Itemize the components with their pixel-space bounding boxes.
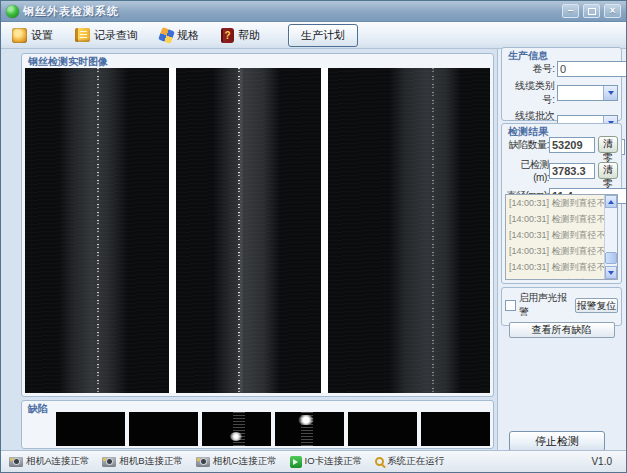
io-card-icon	[290, 456, 302, 468]
production-plan-button[interactable]: 生产计划	[288, 24, 358, 47]
live-view-title: 钢丝检测实时图像	[28, 55, 108, 69]
measured-length-field[interactable]	[549, 163, 595, 179]
specs-icon	[158, 27, 175, 44]
cable-category-select[interactable]	[557, 85, 618, 101]
roll-number-field[interactable]	[557, 61, 627, 77]
alarm-reset-button[interactable]: 报警复位	[575, 298, 618, 313]
title-bar[interactable]: 钢丝外表检测系统 – ×	[1, 1, 626, 22]
camera-panel-b	[176, 68, 321, 393]
wire-glint-b	[238, 68, 240, 393]
status-camera-c-label: 相机C连接正常	[213, 455, 277, 468]
results-title: 检测结果	[508, 125, 548, 139]
live-view-group: 钢丝检测实时图像	[21, 53, 494, 397]
clear-count-button[interactable]: 清零	[598, 136, 618, 153]
specs-label: 规格	[177, 28, 199, 43]
status-running-label: 系统正在运行	[387, 455, 444, 468]
detection-log-list[interactable]: [14:00:31] 检测到直径不合格 [14:00:31] 检测到直径不合格 …	[505, 194, 618, 280]
scrollbar-thumb[interactable]	[605, 252, 617, 264]
status-camera-a-label: 相机A连接正常	[26, 455, 89, 468]
defect-title: 缺陷	[28, 402, 48, 416]
help-label: 帮助	[238, 28, 260, 43]
camera-panel-c	[328, 68, 490, 393]
stop-detection-button[interactable]: 停止检测	[509, 431, 605, 452]
status-bar: 相机A连接正常 相机B连接正常 相机C连接正常 IO卡连接正常 系统正在运行 V…	[1, 450, 626, 472]
version-label: V1.0	[591, 456, 618, 467]
cable-category-label: 线缆类别号:	[505, 79, 557, 107]
close-button[interactable]: ×	[604, 4, 621, 18]
log-entry: [14:00:31] 检测到直径不合格	[506, 211, 617, 227]
log-entry: [14:00:31] 检测到直径不合格	[506, 243, 617, 259]
window-title: 钢丝外表检测系统	[23, 4, 558, 19]
camera-view-area	[25, 68, 490, 393]
status-io-label: IO卡连接正常	[305, 455, 363, 468]
app-window: 钢丝外表检测系统 – × 设置 记录查询 规格 ? 帮助 生产计划 钢丝检测实时…	[0, 0, 627, 473]
log-entry: [14:00:31] 检测到直径不合格	[506, 227, 617, 243]
defect-thumbnail-4[interactable]	[275, 412, 344, 446]
log-entry: [14:00:31] 检测到直径不合格	[506, 259, 617, 275]
log-entry: [14:00:31] 检测到直径不合格	[506, 275, 617, 280]
sound-alarm-label: 启用声光报警	[519, 291, 572, 319]
log-scrollbar[interactable]	[604, 195, 617, 279]
sound-alarm-checkbox[interactable]	[505, 300, 516, 311]
camera-panel-a	[25, 68, 169, 393]
production-info-group: 生产信息 卷号: 线缆类别号: 线缆批次号: 设定直径: ±	[501, 47, 622, 121]
settings-button[interactable]: 设置	[8, 25, 57, 46]
results-group: 检测结果 缺陷数量: 清零 已检测(m): 清零 直径(mm): [14:00:…	[501, 123, 622, 284]
restore-icon	[588, 8, 596, 15]
production-info-title: 生产信息	[508, 49, 548, 63]
scroll-down-button[interactable]	[605, 266, 617, 279]
camera-icon	[9, 457, 23, 467]
measured-length-label: 已检测(m):	[505, 158, 549, 183]
wire-image-b	[213, 68, 280, 393]
clear-length-button[interactable]: 清零	[598, 162, 618, 179]
defect-thumbnail-3[interactable]	[202, 412, 271, 446]
scroll-up-button[interactable]	[605, 195, 617, 208]
scrollbar-track[interactable]	[605, 208, 617, 266]
status-camera-b-label: 相机B连接正常	[119, 455, 182, 468]
wire-image-c	[389, 68, 460, 393]
magnifier-icon	[375, 457, 384, 466]
camera-icon	[196, 457, 210, 467]
minimize-button[interactable]: –	[562, 4, 579, 18]
wire-image-a	[59, 68, 128, 393]
status-camera-b: 相机B连接正常	[102, 455, 182, 468]
wire-glint-c	[432, 68, 434, 393]
defect-group: 缺陷	[21, 400, 494, 449]
restore-button[interactable]	[583, 4, 600, 18]
app-icon	[6, 5, 19, 18]
record-query-label: 记录查询	[94, 28, 138, 43]
wire-glint-a	[97, 68, 99, 393]
alarm-panel: 启用声光报警 报警复位 查看所有缺陷	[501, 287, 622, 326]
chevron-down-icon	[608, 91, 614, 95]
help-button[interactable]: ? 帮助	[217, 25, 264, 46]
defect-count-field[interactable]	[549, 137, 595, 153]
status-camera-c: 相机C连接正常	[196, 455, 277, 468]
toolbar: 设置 记录查询 规格 ? 帮助 生产计划	[1, 22, 626, 49]
defect-thumbnail-5[interactable]	[348, 412, 417, 446]
defect-thumbnail-strip	[56, 412, 490, 446]
category-dropdown-button[interactable]	[603, 86, 617, 100]
defect-thumbnail-2[interactable]	[129, 412, 198, 446]
settings-label: 设置	[31, 28, 53, 43]
defect-thumbnail-6[interactable]	[421, 412, 490, 446]
records-icon	[75, 28, 90, 42]
status-camera-a: 相机A连接正常	[9, 455, 89, 468]
help-icon: ?	[221, 28, 234, 43]
defect-count-label: 缺陷数量:	[505, 138, 549, 152]
view-defects-button[interactable]: 查看所有缺陷	[509, 322, 615, 338]
specs-button[interactable]: 规格	[156, 25, 203, 46]
roll-number-label: 卷号:	[505, 62, 557, 76]
settings-icon	[12, 28, 27, 43]
arrow-up-icon	[608, 200, 614, 204]
arrow-down-icon	[608, 271, 614, 275]
camera-icon	[102, 457, 116, 467]
status-io-card: IO卡连接正常	[290, 455, 363, 468]
log-entry: [14:00:31] 检测到直径不合格	[506, 195, 617, 211]
record-query-button[interactable]: 记录查询	[71, 25, 142, 46]
status-system-running: 系统正在运行	[375, 455, 444, 468]
defect-thumbnail-1[interactable]	[56, 412, 125, 446]
